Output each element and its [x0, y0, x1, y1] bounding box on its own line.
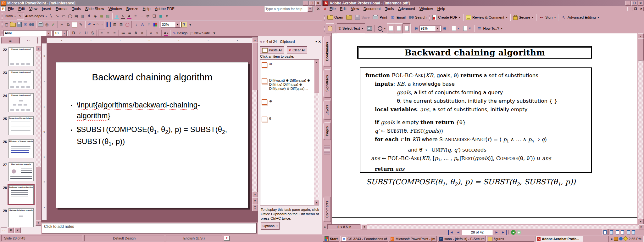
tray-fsecure-icon[interactable] — [623, 236, 628, 241]
insert-table-icon[interactable]: ⊞ — [112, 21, 118, 28]
document-scrollbar[interactable]: ▲ ▼ — [638, 33, 643, 224]
tab-pages[interactable]: Pages — [323, 122, 331, 140]
minimize-document-icon[interactable]: _ — [627, 7, 632, 11]
tab-comments[interactable]: Comments — [323, 197, 331, 222]
close-menubar-icon[interactable]: ✕ — [315, 6, 321, 12]
scroll-right-icon[interactable]: ▶ — [639, 224, 644, 229]
thumbnail-image[interactable]: Efficiency of forward chaining — [8, 139, 34, 158]
close-icon[interactable]: ✕ — [315, 1, 321, 6]
tab-strip-grabber[interactable] — [324, 146, 330, 154]
menu-acr-document[interactable]: Document — [361, 6, 383, 11]
back-icon[interactable]: ◀ — [259, 40, 262, 43]
clock[interactable]: 2:35 PM — [629, 237, 641, 241]
scrollbar-thumb[interactable] — [638, 38, 644, 60]
arrow-icon[interactable]: ↘ — [54, 13, 61, 19]
format-painter-icon[interactable]: ✎ — [78, 21, 84, 28]
bullets-icon[interactable]: ≣ — [126, 30, 133, 36]
menu-acr-view[interactable]: View — [349, 6, 361, 11]
thumbnail-image[interactable]: Backward chaining algorithm — [8, 185, 34, 204]
decrease-font-icon[interactable]: a — [139, 30, 145, 36]
clipart-icon[interactable]: ▦ — [98, 13, 105, 19]
chevron-down-icon[interactable]: ▾ — [315, 40, 317, 43]
restore-document-icon[interactable]: ❐ — [633, 7, 638, 11]
slide-sorter-view-icon[interactable]: ⊞ — [8, 228, 14, 233]
continuous-facing-layout-icon[interactable] — [615, 229, 625, 235]
slide-canvas[interactable]: Backward chaining algorithm •\input{algo… — [56, 62, 248, 208]
next-slide-icon[interactable]: ▼▼ — [252, 204, 258, 211]
tray-network-icon[interactable] — [619, 237, 623, 240]
text-box-icon[interactable]: ▤ — [73, 13, 80, 19]
increase-font-icon[interactable]: A — [133, 30, 139, 36]
splitter-icon[interactable]: ◆ — [322, 225, 327, 229]
menu-ppt-view[interactable]: View — [27, 6, 40, 11]
select-text-button[interactable]: T Select Text▾ — [337, 23, 365, 33]
numbering-icon[interactable]: ≔ — [120, 30, 126, 36]
paste-icon[interactable] — [71, 21, 78, 28]
toolbar-drag-handle[interactable] — [324, 25, 325, 32]
align-right-icon[interactable]: ≡ — [111, 30, 118, 36]
print-icon[interactable] — [37, 21, 44, 28]
clipboard-item[interactable]: θ — [262, 117, 311, 122]
line-icon[interactable]: ╲ — [48, 13, 54, 19]
menu-ppt-help[interactable]: Help — [141, 6, 153, 11]
email-button[interactable]: ✉Email — [389, 13, 407, 22]
pdf-document-view[interactable]: Backward chaining algorithm function FOL… — [332, 33, 637, 224]
oval-icon[interactable]: ◯ — [67, 13, 73, 19]
scrollbar-thumb[interactable] — [252, 42, 258, 90]
help-icon[interactable]: ? — [181, 22, 187, 27]
clipboard-item[interactable]: Diff(wa,nt) ⊕ Diff(wa,sa) ⊕ Diff(nt,q) D… — [262, 78, 311, 91]
ask-question-combo[interactable]: Type a question for help ▾ — [264, 6, 314, 12]
search-icon[interactable] — [29, 21, 35, 28]
picture-icon[interactable]: ▨ — [105, 13, 111, 19]
thumbnail-image[interactable]: Forward chaining proof — [8, 47, 34, 66]
taskbar-task-adobe-acrobat-profe-[interactable]: AAdobe Acrobat Profe... — [535, 236, 583, 242]
status-design-template[interactable]: Default Design — [84, 235, 164, 241]
undo-icon[interactable]: ↶ — [86, 21, 93, 28]
last-page-icon[interactable]: ▶ — [500, 230, 507, 235]
taskbar-task-cs-3243-foundations-of-[interactable]: eCS 3243 - Foundations of ... — [340, 236, 388, 242]
taskbar-task-suna-default-f-secure-[interactable]: Fsuna - [default] - F-Secure... — [438, 236, 486, 242]
menu-acr-advanced[interactable]: Advanced — [396, 6, 417, 11]
hand-tool-icon[interactable] — [326, 23, 334, 33]
fit-page-icon[interactable] — [395, 23, 403, 33]
toolbar-drag-handle[interactable] — [2, 30, 3, 37]
toolbar-drag-handle[interactable] — [2, 13, 3, 20]
previous-slide-icon[interactable]: ▲▲ — [252, 197, 258, 204]
open-button[interactable]: Open — [326, 13, 345, 22]
zoom-tool-icon[interactable]: ▾ — [376, 24, 387, 33]
clipboard-item[interactable]: ⊕ — [262, 62, 311, 68]
thumbnail-slide-26[interactable]: 26Efficiency of forward chaining — [0, 139, 35, 160]
slide-design-button[interactable]: ✎Design — [172, 30, 189, 37]
create-pdf-button[interactable]: Create PDF▾ — [431, 13, 462, 22]
zoom-combo[interactable]: 32% ▾ — [161, 22, 181, 28]
scroll-left-icon[interactable]: ◀ — [361, 224, 367, 229]
next-view-icon[interactable]: ▼ — [462, 24, 473, 33]
toolbar-drag-handle[interactable] — [429, 14, 430, 21]
slide-scrollbar[interactable]: ▲ ▼ ▲▲ ▼▼ — [252, 37, 257, 218]
toolbar-drag-handle[interactable] — [2, 21, 3, 28]
insert-chart-icon[interactable]: ▌▐ — [105, 21, 112, 28]
secure-button[interactable]: Secure▾ — [512, 13, 535, 22]
rectangle-icon[interactable]: ▭ — [61, 13, 67, 19]
single-page-layout-icon[interactable] — [602, 229, 608, 235]
bold-icon[interactable]: B — [70, 30, 77, 36]
review-comment-button[interactable]: Review & Comment▾ — [464, 13, 509, 22]
new-slide-button[interactable]: ▢New Slide — [189, 30, 211, 37]
thumbnail-slide-28[interactable]: 28Backward chaining algorithm — [0, 185, 35, 206]
next-page-icon[interactable]: ▶ — [494, 230, 499, 235]
spelling-icon[interactable]: ✓ — [50, 21, 56, 28]
draw-menu-button[interactable]: Draw▾ — [3, 13, 17, 20]
menu-ppt-format[interactable]: Format — [53, 6, 70, 11]
italic-icon[interactable]: I — [77, 30, 83, 36]
advanced-editing-button[interactable]: ↖Advanced Editing▾ — [560, 13, 601, 22]
expand-all-icon[interactable]: ↕ — [133, 21, 139, 28]
close-pane-icon[interactable]: ✕ — [318, 40, 321, 44]
zoom-in-icon[interactable]: ⊕ — [441, 25, 448, 32]
menu-ppt-edit[interactable]: Edit — [16, 6, 27, 11]
chevron-down-icon[interactable]: ▾ — [435, 26, 440, 31]
select-pointer-icon[interactable]: ↖ — [17, 13, 24, 20]
align-center-icon[interactable]: ≡ — [105, 30, 111, 36]
tab-slides[interactable]: ▭ — [19, 37, 38, 43]
decrease-indent-icon[interactable]: « — [148, 30, 154, 36]
save-button[interactable]: Save — [353, 13, 371, 22]
